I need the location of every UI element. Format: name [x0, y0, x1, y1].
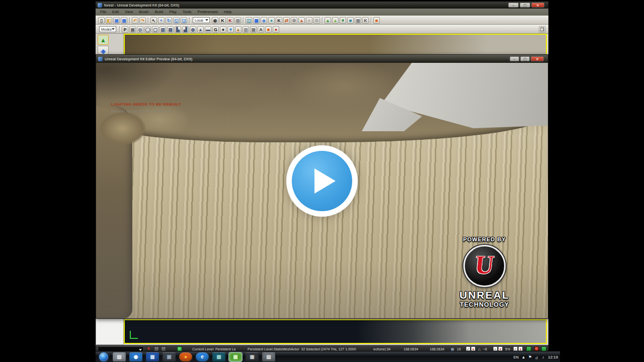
maximize-button[interactable]: ▢ — [520, 3, 530, 8]
dropdown-arrow-icon[interactable]: ▾ — [518, 346, 523, 351]
main-titlebar[interactable]: forest - Unreal Development Kit (64-bit,… — [96, 2, 548, 9]
brush-down-icon[interactable]: ▼ — [340, 17, 346, 24]
taskbar-clock[interactable]: 12:19 — [548, 355, 559, 359]
status-alert-icon[interactable] — [534, 346, 539, 351]
preview-titlebar[interactable]: Unreal Development Kit Editor Preview (6… — [96, 55, 548, 63]
play-in-editor-icon[interactable]: P — [122, 26, 128, 33]
cube-brush-icon[interactable]: ▧ — [159, 26, 166, 33]
taskbar-app-gray[interactable]: ▤ — [262, 352, 275, 361]
terrain-icon[interactable]: ▲ — [325, 17, 331, 24]
content-browser-icon[interactable]: ▦ — [253, 17, 260, 24]
start-button[interactable] — [99, 352, 108, 361]
angle-snap-toggle[interactable]: ✓ ▾ — [493, 346, 503, 351]
water-volume-icon[interactable]: ▼ — [227, 26, 234, 33]
menu-item-play[interactable]: Play — [166, 9, 180, 16]
fullscreen-icon[interactable]: ◫ — [246, 17, 252, 24]
checkbox-icon[interactable]: ✓ — [513, 346, 518, 351]
preview-close-button[interactable]: ✕ — [531, 56, 544, 61]
video-play-button[interactable] — [286, 145, 358, 217]
card-brush-icon[interactable]: ▤ — [167, 26, 174, 33]
save-all-icon[interactable]: ▦ — [121, 17, 127, 24]
sphere-tool-icon[interactable]: ● — [268, 17, 275, 24]
taskbar-app-blue[interactable]: ▦ — [146, 352, 159, 361]
translate-icon[interactable]: + — [158, 17, 165, 24]
scale-snap-toggle[interactable]: ✓ ▾ — [513, 346, 523, 351]
geometry-mode-icon[interactable]: G — [212, 26, 219, 33]
tray-flag-icon[interactable]: ⚑ — [528, 355, 532, 359]
scale-3d-icon[interactable]: ◲ — [181, 17, 187, 24]
menu-item-edit[interactable]: Edit — [109, 9, 122, 16]
taskbar-app-teal[interactable]: ▩ — [212, 352, 225, 361]
modes-dropdown[interactable]: Modes — [99, 26, 116, 32]
gear-icon[interactable]: ⚙ — [291, 17, 297, 24]
search-icon[interactable]: ◉ — [212, 17, 218, 24]
publish-icon[interactable]: ■ — [265, 26, 272, 33]
spiral-stairs-brush-icon[interactable]: ◍ — [190, 26, 196, 33]
tray-network-icon[interactable]: ⣴ — [534, 355, 539, 359]
menu-item-preferences[interactable]: Preferences — [195, 9, 221, 16]
matinee-icon[interactable]: ■ — [347, 17, 354, 24]
taskbar-photo-viewer[interactable]: ▩ — [229, 352, 242, 361]
minimize-button[interactable]: – — [508, 3, 519, 8]
curved-stairs-brush-icon[interactable]: ▟ — [182, 26, 189, 33]
checkbox-icon[interactable]: ✓ — [493, 346, 498, 351]
taskbar-media-player[interactable]: ◉ — [129, 352, 142, 361]
clipboard-icon[interactable]: ▤ — [234, 17, 241, 24]
keyboard-shortcut2-icon[interactable]: K — [227, 17, 233, 24]
stairs-brush-icon[interactable]: ▙ — [175, 26, 181, 33]
open-folder-icon[interactable]: ◧ — [106, 17, 112, 24]
rotate-icon[interactable]: ↻ — [166, 17, 172, 24]
camera-speed-icon[interactable]: ▣ — [129, 26, 136, 33]
dropdown-arrow-icon[interactable]: ▾ — [498, 346, 503, 351]
save-icon[interactable]: ▣ — [113, 17, 120, 24]
grid-snap-icon[interactable]: ▦ — [355, 17, 361, 24]
clear-selection-icon[interactable]: ✕ — [147, 346, 150, 351]
settings-gear-icon[interactable]: ⚙ — [313, 17, 320, 24]
grid-snap-toggle[interactable]: ✓ ▾ — [466, 346, 475, 351]
actor-icon[interactable]: ▲ — [298, 17, 305, 24]
menu-item-help[interactable]: Help — [221, 9, 234, 16]
stats-icon[interactable]: ▥ — [243, 26, 249, 33]
camera-icon[interactable]: ▣ — [250, 26, 257, 33]
menu-item-tools[interactable]: Tools — [180, 9, 195, 16]
menu-item-build[interactable]: Build — [152, 9, 167, 16]
preview-maximize-button[interactable]: ▢ — [520, 56, 530, 61]
kismet2-icon[interactable]: K — [362, 17, 369, 24]
find-actor-icon[interactable]: ○ — [306, 17, 312, 24]
coord-system-dropdown[interactable]: Local — [193, 17, 210, 23]
taskbar-app-black[interactable]: ▣ — [246, 352, 259, 361]
cone-brush-icon[interactable]: ▲ — [197, 26, 204, 33]
dropdown-arrow-icon[interactable]: ▾ — [471, 346, 475, 351]
cube-tool-icon[interactable]: ◆ — [261, 17, 267, 24]
csg-add-icon[interactable]: ● — [220, 26, 226, 33]
sphere-brush-icon[interactable]: ◎ — [137, 26, 143, 33]
taskbar-ie[interactable]: e — [196, 352, 209, 361]
torus-brush-icon[interactable]: ◯ — [144, 26, 151, 33]
menu-item-view[interactable]: View — [122, 9, 136, 16]
panel-toggle-icon[interactable]: ❐ — [539, 26, 545, 33]
keyboard-shortcut-icon[interactable]: K — [219, 17, 226, 24]
taskbar-firefox[interactable]: ● — [179, 352, 192, 361]
select-arrow-icon[interactable]: ↖ — [150, 17, 157, 24]
scale-icon[interactable]: ◱ — [173, 17, 180, 24]
redo-icon[interactable]: ↷ — [139, 17, 146, 24]
taskbar-app-dark[interactable]: ▣ — [163, 352, 176, 361]
close-button[interactable]: ✕ — [531, 3, 544, 8]
tray-expand-icon[interactable]: ▲ — [521, 355, 526, 359]
taskbar-explorer[interactable]: ▤ — [113, 352, 126, 361]
tray-volume-icon[interactable]: ♪ — [541, 355, 545, 359]
build-all-icon[interactable]: ■ — [373, 17, 380, 24]
undo-icon[interactable]: ↶ — [132, 17, 138, 24]
sheet-brush-icon[interactable]: ▬ — [205, 26, 211, 33]
menu-item-file[interactable]: File — [97, 9, 109, 16]
align-icon[interactable]: A — [258, 26, 264, 33]
viewport-bottom[interactable] — [124, 319, 547, 344]
language-indicator[interactable]: EN — [514, 355, 519, 359]
cylinder-brush-icon[interactable]: ▢ — [152, 26, 158, 33]
new-file-icon[interactable]: ▯ — [98, 17, 105, 24]
terrain-edit-icon[interactable]: ▲ — [332, 17, 339, 24]
camera-mode-icon[interactable]: ▲ — [98, 35, 109, 45]
checkbox-icon[interactable]: ✓ — [466, 346, 470, 351]
menu-item-brush[interactable]: Brush — [136, 9, 152, 16]
preview-minimize-button[interactable]: – — [510, 56, 519, 61]
